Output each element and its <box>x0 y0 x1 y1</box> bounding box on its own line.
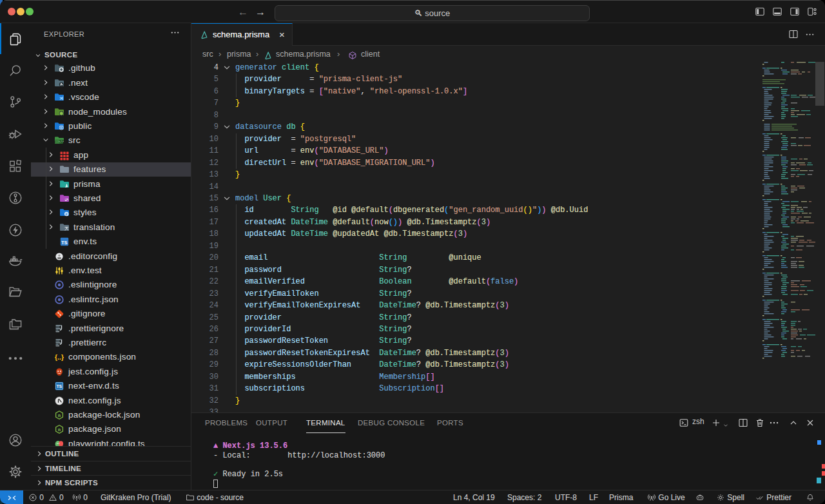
svg-text:n: n <box>58 427 61 432</box>
svg-text:n: n <box>58 413 61 418</box>
svg-text:TS: TS <box>61 240 67 245</box>
svg-text:{..}: {..} <box>55 354 64 361</box>
svg-text:TS: TS <box>57 385 63 389</box>
svg-text:</>: </> <box>59 141 64 144</box>
